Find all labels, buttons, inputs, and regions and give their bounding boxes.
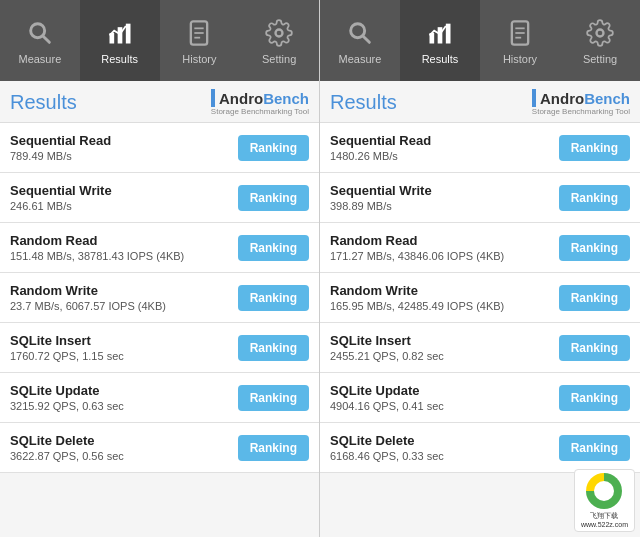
result-seq-read-right: Sequential Read 1480.26 MB/s Ranking <box>320 123 640 173</box>
logo-subtitle-left: Storage Benchmarking Tool <box>211 107 309 116</box>
results-list-left: Sequential Read 789.49 MB/s Ranking Sequ… <box>0 123 319 537</box>
result-value-seq-write-right: 398.89 MB/s <box>330 200 432 212</box>
ranking-btn-seq-write-left[interactable]: Ranking <box>238 185 309 211</box>
results-title-left: Results <box>10 91 77 114</box>
panel-left: Measure Results <box>0 0 320 537</box>
result-info-seq-write-right: Sequential Write 398.89 MB/s <box>330 183 432 212</box>
result-info-sqlite-insert-left: SQLite Insert 1760.72 QPS, 1.15 sec <box>10 333 124 362</box>
nav-setting-left[interactable]: Setting <box>239 0 319 81</box>
watermark-circle <box>586 473 622 509</box>
nav-history-label-right: History <box>503 53 537 65</box>
ranking-btn-sqlite-update-right[interactable]: Ranking <box>559 385 630 411</box>
gear-icon-left <box>263 17 295 49</box>
ranking-btn-rand-read-right[interactable]: Ranking <box>559 235 630 261</box>
result-info-seq-read-right: Sequential Read 1480.26 MB/s <box>330 133 431 162</box>
watermark-inner <box>594 481 614 501</box>
nav-history-left[interactable]: History <box>160 0 240 81</box>
result-info-rand-write-right: Random Write 165.95 MB/s, 42485.49 IOPS … <box>330 283 504 312</box>
ranking-btn-rand-write-right[interactable]: Ranking <box>559 285 630 311</box>
result-sqlite-delete-left: SQLite Delete 3622.87 QPS, 0.56 sec Rank… <box>0 423 319 473</box>
svg-line-11 <box>363 35 369 41</box>
nav-measure-right[interactable]: Measure <box>320 0 400 81</box>
result-info-sqlite-delete-left: SQLite Delete 3622.87 QPS, 0.56 sec <box>10 433 124 462</box>
search-icon <box>24 17 56 49</box>
nav-results-left[interactable]: Results <box>80 0 160 81</box>
results-header-right: Results AndroBench Storage Benchmarking … <box>320 81 640 123</box>
nav-setting-right[interactable]: Setting <box>560 0 640 81</box>
app-container: Measure Results <box>0 0 640 537</box>
ranking-btn-sqlite-delete-left[interactable]: Ranking <box>238 435 309 461</box>
result-info-sqlite-delete-right: SQLite Delete 6168.46 QPS, 0.33 sec <box>330 433 444 462</box>
ranking-btn-sqlite-insert-left[interactable]: Ranking <box>238 335 309 361</box>
result-name-rand-read-left: Random Read <box>10 233 184 248</box>
nav-bar-right: Measure Results <box>320 0 640 81</box>
watermark: 飞翔下载 www.522z.com <box>574 469 635 532</box>
logo-text-right: AndroBench <box>540 90 630 107</box>
result-info-sqlite-update-left: SQLite Update 3215.92 QPS, 0.63 sec <box>10 383 124 412</box>
ranking-btn-sqlite-insert-right[interactable]: Ranking <box>559 335 630 361</box>
nav-results-right[interactable]: Results <box>400 0 480 81</box>
androbench-logo-left: AndroBench Storage Benchmarking Tool <box>211 89 309 116</box>
result-info-sqlite-insert-right: SQLite Insert 2455.21 QPS, 0.82 sec <box>330 333 444 362</box>
ranking-btn-sqlite-delete-right[interactable]: Ranking <box>559 435 630 461</box>
result-value-sqlite-delete-left: 3622.87 QPS, 0.56 sec <box>10 450 124 462</box>
result-info-seq-write-left: Sequential Write 246.61 MB/s <box>10 183 112 212</box>
svg-point-9 <box>276 29 283 36</box>
nav-setting-label-right: Setting <box>583 53 617 65</box>
result-sqlite-insert-right: SQLite Insert 2455.21 QPS, 0.82 sec Rank… <box>320 323 640 373</box>
result-value-sqlite-update-left: 3215.92 QPS, 0.63 sec <box>10 400 124 412</box>
result-rand-write-left: Random Write 23.7 MB/s, 6067.57 IOPS (4K… <box>0 273 319 323</box>
ranking-btn-seq-read-right[interactable]: Ranking <box>559 135 630 161</box>
svg-rect-3 <box>117 27 122 43</box>
result-value-rand-write-left: 23.7 MB/s, 6067.57 IOPS (4KB) <box>10 300 166 312</box>
nav-results-label-left: Results <box>101 53 138 65</box>
nav-results-label-right: Results <box>422 53 459 65</box>
result-rand-read-right: Random Read 171.27 MB/s, 43846.06 IOPS (… <box>320 223 640 273</box>
result-name-seq-write-right: Sequential Write <box>330 183 432 198</box>
result-rand-read-left: Random Read 151.48 MB/s, 38781.43 IOPS (… <box>0 223 319 273</box>
result-name-sqlite-delete-left: SQLite Delete <box>10 433 124 448</box>
svg-point-19 <box>597 29 604 36</box>
chart-icon-left <box>104 17 136 49</box>
ranking-btn-rand-write-left[interactable]: Ranking <box>238 285 309 311</box>
result-seq-read-left: Sequential Read 789.49 MB/s Ranking <box>0 123 319 173</box>
svg-rect-13 <box>438 27 443 43</box>
result-rand-write-right: Random Write 165.95 MB/s, 42485.49 IOPS … <box>320 273 640 323</box>
result-sqlite-update-right: SQLite Update 4904.16 QPS, 0.41 sec Rank… <box>320 373 640 423</box>
result-name-sqlite-insert-right: SQLite Insert <box>330 333 444 348</box>
result-value-sqlite-delete-right: 6168.46 QPS, 0.33 sec <box>330 450 444 462</box>
svg-rect-14 <box>446 23 451 43</box>
ranking-btn-rand-read-left[interactable]: Ranking <box>238 235 309 261</box>
nav-history-right[interactable]: History <box>480 0 560 81</box>
logo-icon-left <box>211 89 215 107</box>
watermark-line1: 飞翔下载 <box>590 511 618 521</box>
ranking-btn-seq-write-right[interactable]: Ranking <box>559 185 630 211</box>
chart-icon-right <box>424 17 456 49</box>
ranking-btn-sqlite-update-left[interactable]: Ranking <box>238 385 309 411</box>
result-name-sqlite-update-left: SQLite Update <box>10 383 124 398</box>
logo-subtitle-right: Storage Benchmarking Tool <box>532 107 630 116</box>
result-info-rand-write-left: Random Write 23.7 MB/s, 6067.57 IOPS (4K… <box>10 283 166 312</box>
search-icon-right <box>344 17 376 49</box>
result-info-seq-read-left: Sequential Read 789.49 MB/s <box>10 133 111 162</box>
result-name-sqlite-update-right: SQLite Update <box>330 383 444 398</box>
result-info-sqlite-update-right: SQLite Update 4904.16 QPS, 0.41 sec <box>330 383 444 412</box>
ranking-btn-seq-read-left[interactable]: Ranking <box>238 135 309 161</box>
result-value-seq-write-left: 246.61 MB/s <box>10 200 112 212</box>
result-info-rand-read-left: Random Read 151.48 MB/s, 38781.43 IOPS (… <box>10 233 184 262</box>
result-value-seq-read-right: 1480.26 MB/s <box>330 150 431 162</box>
result-value-sqlite-insert-right: 2455.21 QPS, 0.82 sec <box>330 350 444 362</box>
document-icon-right <box>504 17 536 49</box>
result-sqlite-delete-right: SQLite Delete 6168.46 QPS, 0.33 sec Rank… <box>320 423 640 473</box>
nav-measure-label-right: Measure <box>339 53 382 65</box>
result-info-rand-read-right: Random Read 171.27 MB/s, 43846.06 IOPS (… <box>330 233 504 262</box>
result-seq-write-right: Sequential Write 398.89 MB/s Ranking <box>320 173 640 223</box>
nav-measure-left[interactable]: Measure <box>0 0 80 81</box>
result-name-seq-read-right: Sequential Read <box>330 133 431 148</box>
result-value-sqlite-update-right: 4904.16 QPS, 0.41 sec <box>330 400 444 412</box>
result-name-seq-read-left: Sequential Read <box>10 133 111 148</box>
result-value-rand-read-left: 151.48 MB/s, 38781.43 IOPS (4KB) <box>10 250 184 262</box>
result-value-sqlite-insert-left: 1760.72 QPS, 1.15 sec <box>10 350 124 362</box>
androbench-logo-right: AndroBench Storage Benchmarking Tool <box>532 89 630 116</box>
svg-rect-4 <box>125 23 130 43</box>
